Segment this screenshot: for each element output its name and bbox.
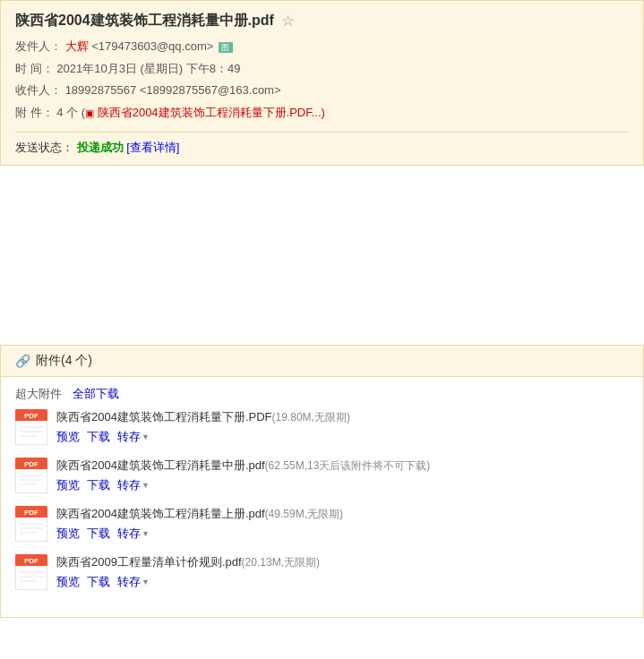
time-row: 时 间： 2021年10月3日 (星期日) 下午8：49 [15,58,629,81]
download-all-link[interactable]: 全部下载 [73,386,119,402]
attachment-info-1: 陕西省2004建筑装饰工程消耗量下册.PDF(19.80M,无限期) 预览 下载… [56,409,629,445]
attachment-actions-1: 预览 下载 转存 ▼ [56,429,629,445]
svg-text:PDF: PDF [24,509,39,517]
chevron-down-icon-1: ▼ [142,432,150,441]
attachment-item-1: PDF 陕西省2004建筑装饰工程消耗量下册.PDF(19.80M,无限期) 预… [15,409,629,445]
preview-link-1[interactable]: 预览 [56,429,80,445]
pdf-icon-2: PDF [15,458,47,493]
attachment-actions-2: 预览 下载 转存 ▼ [56,477,629,493]
email-title-row: 陕西省2004建筑装饰工程消耗量中册.pdf ☆ [15,12,629,30]
send-status-detail-link[interactable]: [查看详情] [126,141,179,154]
super-attachment-row: 超大附件 全部下载 [15,386,629,402]
to-label: 收件人： [15,83,62,97]
attachment-item-4: PDF 陕西省2009工程量清单计价规则.pdf(20.13M,无限期) 预览 … [15,554,629,590]
attachment-actions-3: 预览 下载 转存 ▼ [56,526,629,542]
from-row: 发件人： 大辉 <179473603@qq.com> 图 [15,36,629,58]
star-icon[interactable]: ☆ [281,13,294,30]
email-meta: 发件人： 大辉 <179473603@qq.com> 图 时 间： 2021年1… [15,36,629,124]
send-status-label: 发送状态： [15,141,73,154]
preview-link-3[interactable]: 预览 [56,526,80,542]
chevron-down-icon-4: ▼ [142,578,150,586]
attachment-name-2: 陕西省2004建筑装饰工程消耗量中册.pdf(62.55M,13天后该附件将不可… [56,458,629,474]
email-header: 陕西省2004建筑装饰工程消耗量中册.pdf ☆ 发件人： 大辉 <179473… [0,0,644,166]
attachment-actions-4: 预览 下载 转存 ▼ [56,574,629,590]
attachment-name-1: 陕西省2004建筑装饰工程消耗量下册.PDF(19.80M,无限期) [56,409,629,425]
svg-text:PDF: PDF [24,412,39,420]
transfer-dropdown-2[interactable]: 转存 ▼ [117,477,150,493]
attachment-info-2: 陕西省2004建筑装饰工程消耗量中册.pdf(62.55M,13天后该附件将不可… [56,458,629,493]
attachment-count: 4 个 [56,106,78,119]
transfer-dropdown-3[interactable]: 转存 ▼ [117,526,150,542]
time-label: 时 间： [15,62,54,75]
contact-card-icon[interactable]: 图 [219,42,233,53]
svg-text:PDF: PDF [24,460,39,468]
chevron-down-icon-2: ▼ [142,481,150,490]
preview-link-2[interactable]: 预览 [56,477,80,493]
email-subject: 陕西省2004建筑装饰工程消耗量中册.pdf [15,12,274,30]
super-label: 超大附件 [15,386,62,402]
attachment-ref-link[interactable]: 陕西省2004建筑装饰工程消耗量下册.PDF...) [98,106,325,119]
pdf-icon-1: PDF [15,409,47,445]
attachments-section: 🔗 附件(4 个) 超大附件 全部下载 PDF [0,345,644,618]
download-link-1[interactable]: 下载 [87,429,110,445]
to-value: 18992875567 <18992875567@163.com> [65,83,281,97]
attachment-info-3: 陕西省2004建筑装饰工程消耗量上册.pdf(49.59M,无限期) 预览 下载… [56,506,629,542]
attachments-header: 🔗 附件(4 个) [1,346,643,377]
transfer-dropdown-4[interactable]: 转存 ▼ [117,574,150,590]
time-value: 2021年10月3日 (星期日) 下午8：49 [56,62,240,75]
pdf-icon-3: PDF [15,506,47,542]
to-row: 收件人： 18992875567 <18992875567@163.com> [15,80,629,102]
paperclip-icon: 🔗 [15,354,30,368]
transfer-label-3: 转存 [117,526,141,542]
transfer-label-2: 转存 [117,477,141,493]
attachment-label: 附 件： [15,106,54,119]
attachments-body: 超大附件 全部下载 PDF 陕西省2004建筑装饰工程消耗量下册.PDF(19.… [1,377,643,617]
preview-link-4[interactable]: 预览 [56,574,80,590]
attachments-title: 附件(4 个) [36,353,92,369]
svg-text:PDF: PDF [24,557,39,565]
download-link-4[interactable]: 下载 [87,574,110,590]
transfer-label-1: 转存 [117,429,141,445]
attachment-name-4: 陕西省2009工程量清单计价规则.pdf(20.13M,无限期) [56,554,629,570]
attachment-name-3: 陕西省2004建筑装饰工程消耗量上册.pdf(49.59M,无限期) [56,506,629,522]
download-link-3[interactable]: 下载 [87,526,110,542]
attachment-item-2: PDF 陕西省2004建筑装饰工程消耗量中册.pdf(62.55M,13天后该附… [15,458,629,493]
send-status-row: 发送状态： 投递成功 [查看详情] [15,132,629,156]
sender-email: <179473603@qq.com> [91,39,213,53]
pdf-icon-small: ▣ [85,107,94,118]
attachment-item-3: PDF 陕西省2004建筑装饰工程消耗量上册.pdf(49.59M,无限期) 预… [15,506,629,542]
download-link-2[interactable]: 下载 [87,477,110,493]
email-body [0,166,644,345]
chevron-down-icon-3: ▼ [142,529,150,538]
from-label: 发件人： [15,39,62,53]
pdf-icon-4: PDF [15,554,47,590]
attachment-info-4: 陕西省2009工程量清单计价规则.pdf(20.13M,无限期) 预览 下载 转… [56,554,629,590]
send-status-value: 投递成功 [77,141,124,154]
transfer-label-4: 转存 [117,574,141,590]
attachment-row: 附 件： 4 个 (▣ 陕西省2004建筑装饰工程消耗量下册.PDF...) [15,102,629,124]
transfer-dropdown-1[interactable]: 转存 ▼ [117,429,150,445]
sender-name[interactable]: 大辉 [65,39,89,53]
